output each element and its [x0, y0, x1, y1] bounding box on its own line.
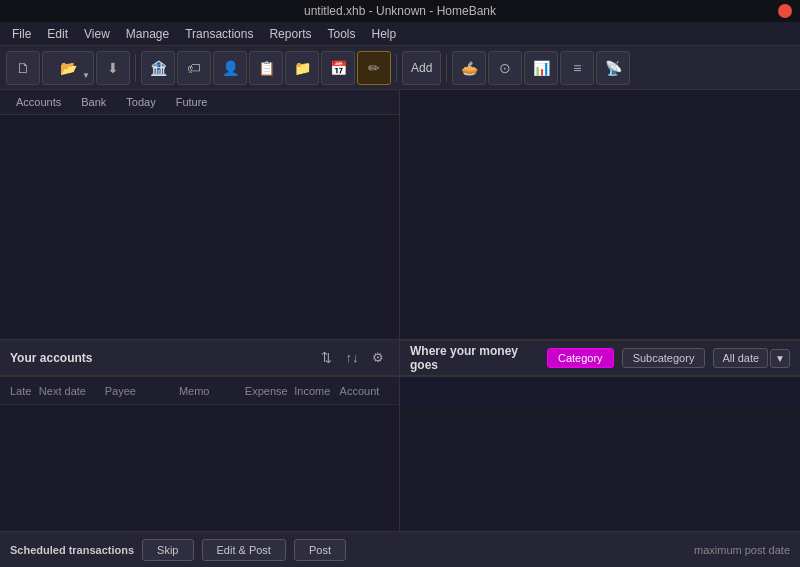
col-memo: Memo [179, 385, 245, 397]
title-text: untitled.xhb - Unknown - HomeBank [304, 4, 496, 18]
col-payee: Payee [105, 385, 179, 397]
headers-row: Your accounts ⇅ ↑↓ ⚙ Where your money go… [0, 340, 800, 377]
separator-1 [135, 54, 136, 82]
filter-icon[interactable]: ↑↓ [341, 347, 363, 369]
tab-future[interactable]: Future [168, 94, 216, 110]
subcategory-filter-button[interactable]: Subcategory [622, 348, 706, 368]
bottom-bar: Scheduled transactions Skip Edit & Post … [0, 531, 800, 567]
header-icons: ⇅ ↑↓ ⚙ [315, 347, 389, 369]
scheduled-columns-row: Late Next date Payee Memo Expense Income… [0, 377, 400, 405]
col-nextdate: Next date [39, 385, 105, 397]
menu-view[interactable]: View [76, 25, 118, 43]
sort-icon[interactable]: ⇅ [315, 347, 337, 369]
report-bar-icon: 📊 [533, 60, 550, 76]
menu-edit[interactable]: Edit [39, 25, 76, 43]
upper-area: Accounts Bank Today Future [0, 90, 800, 340]
menu-file[interactable]: File [4, 25, 39, 43]
menu-help[interactable]: Help [364, 25, 405, 43]
menu-reports[interactable]: Reports [261, 25, 319, 43]
content-area: Accounts Bank Today Future Your accounts… [0, 90, 800, 531]
tab-today[interactable]: Today [118, 94, 163, 110]
import-button[interactable]: ⬇ [96, 51, 130, 85]
date-filter-label[interactable]: All date [713, 348, 768, 368]
accounts-button[interactable]: 🏦 [141, 51, 175, 85]
accounts-content [0, 115, 399, 339]
report-network-button[interactable]: 📡 [596, 51, 630, 85]
archive-button[interactable]: 📁 [285, 51, 319, 85]
max-post-date-label: maximum post date [694, 544, 790, 556]
report-line-icon: ≡ [573, 60, 581, 76]
accounts-panel: Accounts Bank Today Future [0, 90, 400, 339]
toolbar: 🗋 📂 ▼ ⬇ 🏦 🏷 👤 📋 📁 📅 ✏ Add 🥧 ⊙ 📊 ≡ [0, 46, 800, 90]
categories-icon: 🏷 [187, 60, 201, 76]
edit-icon: ✏ [368, 60, 380, 76]
import-icon: ⬇ [107, 60, 119, 76]
open-file-button[interactable]: 📂 ▼ [42, 51, 94, 85]
scheduled-icon: 📅 [330, 60, 347, 76]
report-line-button[interactable]: ≡ [560, 51, 594, 85]
payees-icon: 👤 [222, 60, 239, 76]
report-network-icon: 📡 [605, 60, 622, 76]
budget-icon: 📋 [258, 60, 275, 76]
close-button[interactable] [778, 4, 792, 18]
col-expense: Expense [245, 385, 294, 397]
scheduled-button[interactable]: 📅 [321, 51, 355, 85]
post-button[interactable]: Post [294, 539, 346, 561]
your-accounts-header: Your accounts ⇅ ↑↓ ⚙ [0, 340, 400, 376]
archive-icon: 📁 [294, 60, 311, 76]
dropdown-arrow-icon: ▼ [82, 71, 90, 80]
new-file-icon: 🗋 [16, 60, 30, 76]
payees-button[interactable]: 👤 [213, 51, 247, 85]
date-filter: All date ▼ [713, 348, 790, 368]
chart-upper-area [400, 90, 800, 339]
scheduled-transactions-label: Scheduled transactions [10, 544, 134, 556]
open-file-icon: 📂 [60, 60, 77, 76]
tab-accounts[interactable]: Accounts [8, 94, 69, 110]
budget-button[interactable]: 📋 [249, 51, 283, 85]
scheduled-list [0, 405, 400, 531]
skip-button[interactable]: Skip [142, 539, 193, 561]
your-accounts-title: Your accounts [10, 351, 315, 365]
add-button[interactable]: Add [402, 51, 441, 85]
report-donut-button[interactable]: ⊙ [488, 51, 522, 85]
settings-icon[interactable]: ⚙ [367, 347, 389, 369]
accounts-icon: 🏦 [150, 60, 167, 76]
money-goes-header: Where your money goes Category Subcatego… [400, 340, 800, 376]
separator-2 [396, 54, 397, 82]
menu-manage[interactable]: Manage [118, 25, 177, 43]
date-filter-dropdown[interactable]: ▼ [770, 349, 790, 368]
report-bar-button[interactable]: 📊 [524, 51, 558, 85]
edit-post-button[interactable]: Edit & Post [202, 539, 286, 561]
report-pie-icon: 🥧 [461, 60, 478, 76]
category-filter-button[interactable]: Category [547, 348, 614, 368]
categories-button[interactable]: 🏷 [177, 51, 211, 85]
separator-3 [446, 54, 447, 82]
accounts-tabs: Accounts Bank Today Future [0, 90, 399, 115]
new-file-button[interactable]: 🗋 [6, 51, 40, 85]
report-pie-button[interactable]: 🥧 [452, 51, 486, 85]
add-label: Add [411, 61, 432, 75]
edit-button[interactable]: ✏ [357, 51, 391, 85]
menu-tools[interactable]: Tools [319, 25, 363, 43]
chart-area [400, 405, 800, 531]
menubar: File Edit View Manage Transactions Repor… [0, 22, 800, 46]
col-late: Late [10, 385, 39, 397]
col-income: Income [294, 385, 339, 397]
lower-area: Your accounts ⇅ ↑↓ ⚙ Where your money go… [0, 340, 800, 531]
report-donut-icon: ⊙ [499, 60, 511, 76]
titlebar: untitled.xhb - Unknown - HomeBank [0, 0, 800, 22]
lower-content [0, 405, 800, 531]
col-account: Account [340, 385, 389, 397]
tab-bank[interactable]: Bank [73, 94, 114, 110]
money-goes-title: Where your money goes [410, 344, 539, 372]
menu-transactions[interactable]: Transactions [177, 25, 261, 43]
